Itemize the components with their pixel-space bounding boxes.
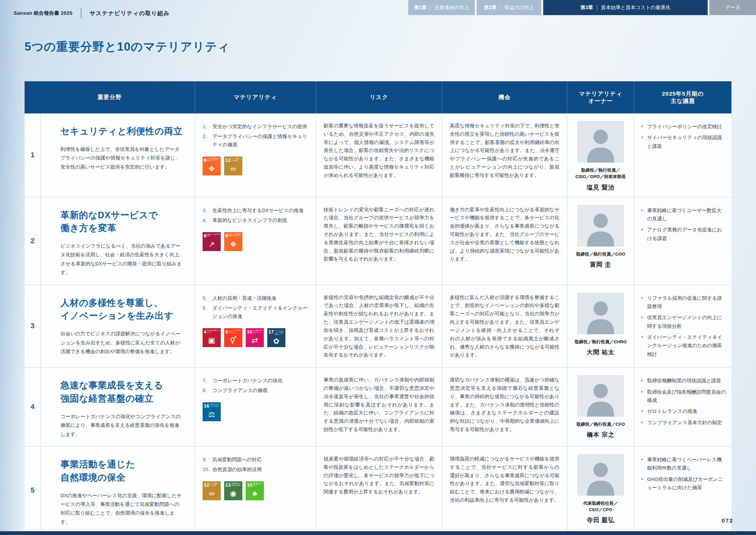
- tab-chapter-2[interactable]: 第2章 収益力の向上: [477, 0, 541, 15]
- area-title: 人材の多様性を尊重し、 イノベーションを生み出す: [60, 296, 183, 323]
- opportunity-text: 適切なガバナンス体制の構築は、迅速かつ的確な意思決定等を支える強固で盤石な経営基…: [450, 376, 559, 434]
- risk-text: 技術トレンドの変化や顧客ニーズへの対応が遅れた場合、当社グループの提供サービスが…: [324, 206, 434, 264]
- tab-label: データ: [725, 4, 741, 11]
- area-description: DXの推進やペーパーレス化の支援、環境に配慮したサービスの導入等、事業活動を通じ…: [60, 491, 183, 527]
- opportunity-text: 高度な情報セキュリティ対策の下で、利便性と安全性の両立を実現した信頼性の高いサー…: [450, 122, 559, 180]
- sdg-12-icon: 12つくる責任 つかう責任 ∞: [203, 481, 221, 500]
- section-title: サステナビリティの取り組み: [90, 10, 170, 17]
- page-title: 5つの重要分野と10のマテリアリティ: [25, 39, 230, 55]
- risk-text: 脱炭素や循環経済等への対応が不十分な場合、顧客や投資家をはじめとしたステークホル…: [324, 455, 434, 496]
- report-header: Sansan 統合報告書 2025 サステナビリティの取り組み: [14, 8, 170, 18]
- tab-label: 企業価値の向上: [434, 4, 469, 11]
- tab-chapter-3-active[interactable]: 第3章 資本効率と資本コストの最適化: [543, 0, 708, 15]
- agenda-item: •従業員エンゲージメントの向上に関する現状分析: [641, 313, 726, 330]
- owner-title: 代表取締役社長／ CEO／CPO: [583, 500, 618, 513]
- report-brand: Sansan 統合報告書 2025: [14, 10, 73, 17]
- agenda-item: •サイバーセキュリティの現状認識と課題: [641, 133, 726, 150]
- bullet-icon: •: [641, 475, 647, 492]
- header-divider: [81, 8, 81, 18]
- owner-name: 塩見 賢治: [587, 184, 614, 192]
- row-number: 4: [25, 368, 41, 446]
- area-description: 利便性を確保した上で、全従業員を対象としたデータプライバシーの保護や情報セキュリ…: [60, 145, 183, 171]
- bullet-icon: •: [641, 456, 647, 473]
- materiality-item: 5. 人材の採用・育成・活躍推進: [203, 294, 310, 302]
- sdg-12-icon: 12つくる責任 つかう責任 ∞: [224, 157, 242, 175]
- agenda-item: •コンプライアンス基本方針の制定: [641, 419, 726, 427]
- materiality-table: 重要分野 マテリアリティ リスク 機会 マテリアリティ オーナー 2025年5月…: [25, 81, 731, 534]
- bullet-icon: •: [641, 313, 647, 330]
- row-number: 2: [25, 197, 41, 285]
- area-description: ビジネスインフラになるべく、当社の強みであるデータ化技術を活用し、社会・経済の生…: [60, 242, 183, 277]
- owner-photo: [577, 454, 624, 496]
- bullet-icon: •: [641, 388, 647, 405]
- table-row: 4 急速な事業成長を支える 強固な経営基盤の確立 コーポレートガバナンスの強化や…: [25, 368, 731, 447]
- owner-photo: [577, 293, 624, 334]
- owner-photo: [577, 121, 624, 163]
- chapter-tabs: 第1章 企業価値の向上 第2章 収益力の向上 第3章 資本効率と資本コストの最適…: [408, 0, 756, 15]
- col-header-area: 重要分野: [25, 81, 195, 113]
- table-row: 2 革新的なDXサービスで 働き方を変革 ビジネスインフラになるべく、当社の強み…: [25, 197, 731, 285]
- sdg-5-icon: 5ジェンダー平等を実現しよう ⚥: [224, 328, 242, 347]
- materiality-item: 4. 革新的なビジネスインフラの創造: [203, 216, 310, 225]
- area-description: 出会いの力でビジネスの課題解決につながるイノベーションを生み出すため、多様性に富…: [60, 329, 183, 356]
- col-header-risk: リスク: [316, 81, 442, 113]
- risk-text: 顧客の重要な情報資産を扱うサービスを提供しているため、自然災害や不正アクセス、内…: [324, 122, 434, 180]
- agenda-item: •アナログ業務のデータ化促進における課題: [641, 226, 726, 243]
- tab-divider: [500, 5, 500, 11]
- materiality-item: 2. データプライバシーの保護と情報セキュリティの徹底: [203, 132, 310, 149]
- col-header-owner: マテリアリティ オーナー: [567, 81, 634, 113]
- bullet-icon: •: [641, 123, 647, 131]
- row-number: 3: [25, 285, 41, 368]
- bullet-icon: •: [641, 407, 647, 416]
- bottom-accent-bar: [0, 531, 756, 535]
- tab-data[interactable]: データ: [710, 0, 756, 15]
- owner-title: 取締役／執行役員／ CISO／DPO／技術本部長: [575, 167, 626, 180]
- owner-title: 取締役／執行役員／CFO: [576, 421, 625, 428]
- owner-title: 取締役／執行役員／CHRO: [575, 339, 626, 345]
- bullet-icon: •: [641, 377, 647, 385]
- table-row: 5 事業活動を通じた 自然環境の保全 DXの推進やペーパーレス化の支援、環境に配…: [25, 447, 731, 534]
- col-header-agenda: 2025年5月期の 主な議題: [634, 81, 731, 113]
- bullet-icon: •: [641, 133, 647, 150]
- agenda-item: •リファラル採用の促進に関する課題整理: [641, 294, 726, 311]
- tab-chapter-1[interactable]: 第1章 企業価値の向上: [408, 0, 475, 15]
- table-row: 3 人材の多様性を尊重し、 イノベーションを生み出す 出会いの力でビジネスの課題…: [25, 285, 731, 368]
- area-description: コーポレートガバナンスの強化やコンプライアンスの徹底により、事業成長を支える経営…: [60, 412, 183, 439]
- area-title: 事業活動を通じた 自然環境の保全: [60, 458, 183, 484]
- agenda-item: •事業戦略に基づくユーザー数拡大の見通し: [641, 206, 726, 223]
- materiality-item: 3. 生産性向上に寄与するDXサービスの推進: [203, 206, 310, 215]
- bullet-icon: •: [641, 206, 647, 223]
- agenda-item: •ダイバーシティ・エクイティ＆インクルージョン推進のための施策検討: [641, 333, 726, 358]
- materiality-item: 1. 安全かつ安定的なインフラサービスの提供: [203, 123, 310, 131]
- materiality-item: 7. コーポレートガバナンスの強化: [203, 377, 310, 385]
- sdg-16-icon: 16平和と公正をすべての人に ⚖: [203, 402, 221, 421]
- owner-name: 橋本 宗之: [587, 431, 614, 439]
- area-title: 急速な事業成長を支える 強固な経営基盤の確立: [60, 379, 183, 405]
- agenda-item: •取締役報酬制度の現状認識と課題: [641, 377, 726, 385]
- sdg-10-icon: 10人や国の不平等をなくそう ⇄: [246, 328, 264, 347]
- col-header-materiality: マテリアリティ: [195, 81, 316, 113]
- bullet-icon: •: [641, 226, 647, 243]
- sdg-15-icon: 15緑の豊かさも守ろう ♣: [246, 481, 264, 500]
- sdg-17-icon: 17パートナーシップで目標を達成しよう ✿: [267, 328, 285, 347]
- agenda-item: •ゼロトレランスの推進: [641, 407, 726, 416]
- owner-name: 大間 祐太: [587, 349, 614, 357]
- agenda-item: •取締役会及び指名報酬諮問委員会の構成: [641, 388, 726, 405]
- opportunity-text: 環境負荷の軽減につながるサービスや機能を提供することで、当社サービスに対する顧客…: [450, 455, 559, 504]
- tab-divider: [430, 5, 431, 11]
- agenda-item: •GHG排出量の削減及びカーボンニュートラルに向けた施策: [641, 475, 726, 492]
- bullet-icon: •: [641, 419, 647, 427]
- owner-title: 取締役／執行役員／COO: [576, 251, 625, 257]
- opportunity-text: 多様性に富んだ人材が活躍する環境を整備することで、創造的なイノベーションの創出や…: [450, 293, 559, 360]
- col-header-opportunity: 機会: [442, 81, 567, 113]
- materiality-item: 9. 気候変動問題への対応: [203, 456, 310, 464]
- owner-name: 寺田 親弘: [587, 516, 614, 524]
- opportunity-text: 働き方の変革や生産性向上につながる革新的なサービスや機能を提供することで、各サー…: [450, 206, 559, 264]
- tab-divider: [597, 5, 597, 11]
- agenda-item: •プライバシーポリシーの改定検討: [641, 123, 726, 131]
- sdg-4-icon: 4質の高い教育をみんなに ▣: [203, 328, 221, 347]
- area-title: セキュリティと利便性の両立: [60, 125, 183, 138]
- materiality-item: 6. ダイバーシティ・エクイティ＆インクルージョンの推進: [203, 304, 310, 321]
- tab-label: 資本効率と資本コストの最適化: [601, 4, 671, 11]
- agenda-item: •事業戦略に基づくペーパーレス機能利用件数の見通し: [641, 456, 726, 473]
